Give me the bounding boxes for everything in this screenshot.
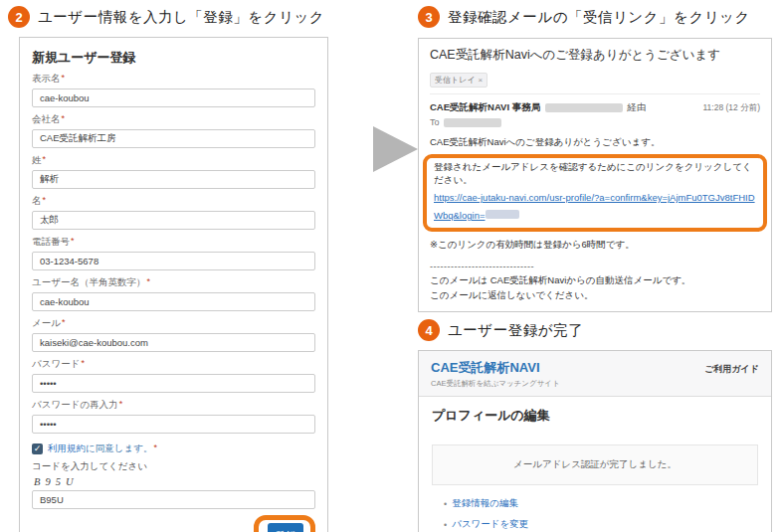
step3-heading: 3 登録確認メールの「受信リンク」をクリック [418,6,772,28]
field-label-password-confirm: パスワードの再入力* [32,399,315,412]
terms-checkbox[interactable]: ✓ [32,443,43,454]
arrow-right-icon [373,126,418,172]
email-divider: ------------------------------ [430,262,760,271]
required-asterisk: * [43,154,47,164]
registration-form-panel: 新規ユーザー登録 表示名* 会社名* 姓* 名* 電話番号* ユーザー名（半角英… [19,37,328,532]
profile-link-list: • 登録情報の編集 • パスワードを変更 [444,497,758,531]
redacted-recipient [444,118,501,127]
required-asterisk: * [71,236,75,246]
tag-close-icon[interactable]: × [479,76,484,85]
profile-body: プロフィールの編集 メールアドレス認証が完了しました。 • 登録情報の編集 • … [419,397,771,532]
captcha-instruction: コードを入力してください [32,460,315,473]
link-validity-note: ※このリンクの有効時間は登録から6時間です。 [430,239,760,252]
email-to-label: To [430,117,440,127]
step2-title: ユーザー情報を入力し「登録」をクリック [38,8,324,27]
terms-link[interactable]: 利用規約 [48,443,86,453]
verification-message: メールアドレス認証が完了しました。 [432,444,758,485]
change-password-link[interactable]: パスワードを変更 [452,518,528,531]
bullet-icon: • [444,520,447,530]
phone-input[interactable] [32,252,315,270]
step2-heading: 2 ユーザー情報を入力し「登録」をクリック [8,6,330,28]
captcha-image: B95U [34,476,315,487]
site-logo-text[interactable]: CAE受託解析NAVI [431,359,560,377]
field-label-phone: 電話番号* [32,236,315,249]
email-greeting: CAE受託解析Naviへのご登録ありがとうございます。 [430,136,760,149]
captcha-input[interactable] [32,490,315,509]
step4-heading: 4 ユーザー登録が完了 [418,319,772,341]
email-instruction: 登録されたメールアドレスを確認するためにこのリンクをクリックしてください。 [434,161,756,187]
display-name-input[interactable] [32,89,315,107]
last-name-input[interactable] [32,170,315,189]
step4-section: 4 ユーザー登録が完了 CAE受託解析NAVI CAE受託解析を結ぶマッチングサ… [418,319,772,532]
terms-row: ✓ 利用規約に同意します。* [32,443,315,455]
required-asterisk: * [62,73,66,83]
terms-label: 利用規約に同意します。* [48,443,157,455]
highlight-box-link: 登録されたメールアドレスを確認するためにこのリンクをクリックしてください。 ht… [423,154,767,232]
company-input[interactable] [32,129,315,148]
step3-section: 3 登録確認メールの「受信リンク」をクリック CAE受託解析Naviへのご登録あ… [418,6,772,312]
username-input[interactable] [32,292,315,311]
profile-panel: CAE受託解析NAVI CAE受託解析を結ぶマッチングサイト ご利用ガイド プロ… [418,350,772,532]
email-sender-row: CAE受託解析NAVI 事務局 経由 11:28 (12 分前) [430,101,760,114]
step3-badge: 3 [418,6,440,28]
form-title: 新規ユーザー登録 [32,49,315,67]
check-icon: ✓ [34,443,42,453]
list-item: • 登録情報の編集 [444,497,758,510]
email-footer-line2: このメールに返信しないでください。 [430,289,760,302]
site-brand: CAE受託解析NAVI CAE受託解析を結ぶマッチングサイト [431,359,560,389]
field-label-password: パスワード* [32,358,315,371]
email-via-label: 経由 [627,101,646,114]
redacted-login-value [486,210,519,219]
step2-section: 2 ユーザー情報を入力し「登録」をクリック 新規ユーザー登録 表示名* 会社名*… [8,6,330,532]
field-label-username: ユーザー名（半角英数字）* [32,276,315,289]
email-subject: CAE受託解析Naviへのご登録ありがとうございます [430,47,760,64]
site-header: CAE受託解析NAVI CAE受託解析を結ぶマッチングサイト ご利用ガイド [419,351,771,397]
step3-title: 登録確認メールの「受信リンク」をクリック [448,8,750,27]
email-to-row: To [430,117,760,127]
tutorial-page: 2 ユーザー情報を入力し「登録」をクリック 新規ユーザー登録 表示名* 会社名*… [0,0,780,532]
step2-badge: 2 [8,6,30,28]
step4-badge: 4 [418,319,440,341]
email-tag-row: 受信トレイ× [430,64,760,94]
field-label-company: 会社名* [32,113,315,126]
required-asterisk: * [119,399,123,409]
required-asterisk: * [43,195,47,205]
inbox-tag[interactable]: 受信トレイ× [430,73,488,88]
guide-link[interactable]: ご利用ガイド [704,363,759,389]
required-asterisk: * [62,317,66,327]
field-label-display-name: 表示名* [32,73,315,86]
redacted-sender-address [545,103,623,112]
email-panel: CAE受託解析Naviへのご登録ありがとうございます 受信トレイ× CAE受託解… [418,38,772,312]
required-asterisk: * [146,276,150,286]
password-confirm-input[interactable] [32,415,315,434]
first-name-input[interactable] [32,211,315,230]
list-item: • パスワードを変更 [444,518,758,531]
edit-registration-link[interactable]: 登録情報の編集 [452,497,518,510]
confirmation-link[interactable]: https://cae-jutaku-navi.com/usr-profile/… [434,192,755,221]
required-asterisk: * [153,443,157,452]
email-sender: CAE受託解析NAVI 事務局 [430,101,540,114]
required-asterisk: * [81,358,85,368]
email-footer-line1: このメールは CAE受託解析Naviからの自動送信メールです。 [430,274,760,287]
step4-title: ユーザー登録が完了 [448,321,583,340]
bullet-icon: • [444,499,447,509]
register-button[interactable]: 登録 [268,523,303,532]
email-timestamp: 11:28 (12 分前) [703,102,760,114]
profile-page-title: プロフィールの編集 [432,407,758,425]
site-tagline: CAE受託解析を結ぶマッチングサイト [431,379,560,389]
email-input[interactable] [32,333,315,352]
required-asterisk: * [62,113,66,123]
field-label-first-name: 名* [32,195,315,208]
field-label-email: メール* [32,317,315,330]
password-input[interactable] [32,374,315,393]
submit-row: 登録 [32,513,315,532]
field-label-last-name: 姓* [32,154,315,167]
